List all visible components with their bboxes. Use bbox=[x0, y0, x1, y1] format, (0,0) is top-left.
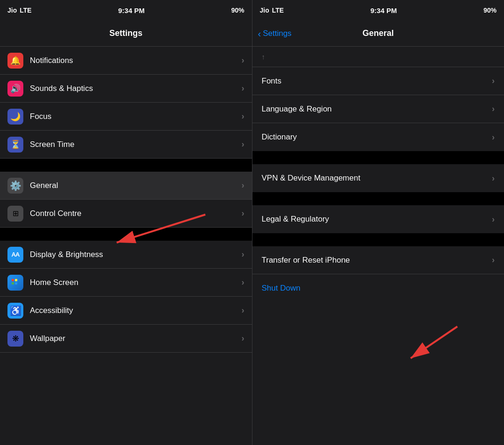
sidebar-item-general[interactable]: ⚙️ General › bbox=[0, 172, 252, 200]
fonts-label: Fonts bbox=[262, 76, 492, 86]
screen-time-label: Screen Time bbox=[30, 140, 242, 149]
sidebar-item-notifications[interactable]: 🔔 Notifications › bbox=[0, 47, 252, 75]
status-bar-left: Jio LTE 9:34 PM 90% bbox=[0, 0, 252, 21]
right-item-language[interactable]: Language & Region › bbox=[252, 95, 504, 123]
sidebar-item-accessibility[interactable]: ♿ Accessibility › bbox=[0, 297, 252, 325]
accessibility-icon: ♿ bbox=[7, 303, 23, 319]
shutdown-label: Shut Down bbox=[262, 284, 495, 293]
svg-rect-1 bbox=[15, 279, 17, 281]
section-3: AA Display & Brightness › Home Screen bbox=[0, 241, 252, 353]
control-centre-label: Control Centre bbox=[30, 209, 242, 218]
language-label: Language & Region bbox=[262, 104, 492, 114]
svg-rect-3 bbox=[15, 282, 17, 285]
right-section-2: VPN & Device Management › bbox=[252, 164, 504, 192]
focus-chevron: › bbox=[242, 111, 245, 121]
accessibility-chevron: › bbox=[242, 306, 245, 315]
dictionary-chevron: › bbox=[492, 132, 495, 142]
right-item-vpn[interactable]: VPN & Device Management › bbox=[252, 164, 504, 192]
dictionary-label: Dictionary bbox=[262, 132, 492, 142]
wallpaper-label: Wallpaper bbox=[30, 334, 242, 343]
transfer-label: Transfer or Reset iPhone bbox=[262, 256, 492, 265]
right-item-transfer[interactable]: Transfer or Reset iPhone › bbox=[252, 246, 504, 274]
screen-time-chevron: › bbox=[242, 139, 245, 149]
sounds-chevron: › bbox=[242, 83, 245, 93]
right-section-1: Fonts › Language & Region › Dictionary › bbox=[252, 67, 504, 151]
svg-rect-2 bbox=[12, 282, 14, 285]
screen-time-icon: ⏳ bbox=[7, 137, 23, 153]
battery-left: 90% bbox=[231, 7, 244, 14]
sidebar-item-focus[interactable]: 🌙 Focus › bbox=[0, 103, 252, 131]
sidebar-item-control-centre[interactable]: ⊞ Control Centre › bbox=[0, 200, 252, 228]
display-label: Display & Brightness bbox=[30, 250, 242, 259]
notifications-icon: 🔔 bbox=[7, 53, 23, 69]
status-left-right: Jio LTE bbox=[260, 7, 284, 14]
transfer-chevron: › bbox=[492, 255, 495, 265]
sidebar-item-screen-time[interactable]: ⏳ Screen Time › bbox=[0, 131, 252, 159]
accessibility-label: Accessibility bbox=[30, 306, 242, 315]
display-chevron: › bbox=[242, 250, 245, 259]
left-settings-list: 🔔 Notifications › 🔊 Sounds & Haptics › 🌙… bbox=[0, 47, 252, 445]
general-chevron: › bbox=[242, 181, 245, 190]
right-gap-3 bbox=[252, 233, 504, 246]
notifications-chevron: › bbox=[242, 56, 245, 65]
time-right: 9:34 PM bbox=[371, 7, 397, 14]
language-chevron: › bbox=[492, 104, 495, 114]
left-nav-header: Settings bbox=[0, 21, 252, 47]
gap-1 bbox=[0, 159, 252, 172]
home-screen-chevron: › bbox=[242, 278, 245, 287]
right-section-3: Legal & Regulatory › bbox=[252, 205, 504, 233]
home-screen-label: Home Screen bbox=[30, 278, 242, 287]
sidebar-item-wallpaper[interactable]: ❋ Wallpaper › bbox=[0, 325, 252, 353]
svg-rect-0 bbox=[12, 279, 14, 281]
vpn-label: VPN & Device Management bbox=[262, 174, 492, 183]
general-label: General bbox=[30, 181, 242, 190]
right-settings-list: ↑ Fonts › Language & Region › Dictionary… bbox=[252, 47, 504, 445]
sidebar-item-sounds[interactable]: 🔊 Sounds & Haptics › bbox=[0, 75, 252, 103]
network-right: LTE bbox=[272, 7, 284, 14]
legal-label: Legal & Regulatory bbox=[262, 215, 492, 224]
control-centre-chevron: › bbox=[242, 209, 245, 218]
home-screen-icon bbox=[7, 275, 23, 291]
partial-top-row: ↑ bbox=[252, 47, 504, 67]
focus-label: Focus bbox=[30, 112, 242, 121]
right-item-legal[interactable]: Legal & Regulatory › bbox=[252, 205, 504, 233]
sounds-icon: 🔊 bbox=[7, 81, 23, 97]
carrier-left: Jio bbox=[7, 7, 17, 14]
wallpaper-icon: ❋ bbox=[7, 331, 23, 347]
general-icon: ⚙️ bbox=[7, 178, 23, 194]
back-chevron-icon: ‹ bbox=[258, 29, 261, 38]
gap-2 bbox=[0, 228, 252, 241]
time-left: 9:34 PM bbox=[118, 7, 145, 14]
right-nav-title: General bbox=[363, 28, 394, 38]
control-centre-icon: ⊞ bbox=[7, 206, 23, 222]
right-section-4: Transfer or Reset iPhone › Shut Down bbox=[252, 246, 504, 302]
display-icon: AA bbox=[7, 247, 23, 263]
sidebar-item-display[interactable]: AA Display & Brightness › bbox=[0, 241, 252, 269]
right-item-fonts[interactable]: Fonts › bbox=[252, 67, 504, 95]
right-gap-2 bbox=[252, 192, 504, 205]
focus-icon: 🌙 bbox=[7, 109, 23, 125]
right-nav-header: ‹ Settings General bbox=[252, 21, 504, 47]
sidebar-item-home-screen[interactable]: Home Screen › bbox=[0, 269, 252, 297]
legal-chevron: › bbox=[492, 215, 495, 224]
network-left: LTE bbox=[20, 7, 31, 14]
partial-label: ↑ bbox=[262, 53, 266, 61]
sounds-label: Sounds & Haptics bbox=[30, 84, 242, 93]
notifications-label: Notifications bbox=[30, 56, 242, 65]
left-nav-title: Settings bbox=[109, 28, 142, 38]
section-1: 🔔 Notifications › 🔊 Sounds & Haptics › 🌙… bbox=[0, 47, 252, 159]
section-2: ⚙️ General › ⊞ Control Centre › bbox=[0, 172, 252, 228]
status-right-left: 90% bbox=[231, 7, 244, 14]
right-gap-1 bbox=[252, 151, 504, 164]
vpn-chevron: › bbox=[492, 174, 495, 183]
status-right-right: 90% bbox=[483, 7, 497, 14]
fonts-chevron: › bbox=[492, 76, 495, 86]
right-item-shutdown[interactable]: Shut Down bbox=[252, 274, 504, 302]
back-button[interactable]: ‹ Settings bbox=[258, 29, 292, 38]
status-bar-right: Jio LTE 9:34 PM 90% bbox=[252, 0, 504, 21]
back-label: Settings bbox=[263, 29, 291, 38]
wallpaper-chevron: › bbox=[242, 334, 245, 343]
status-left: Jio LTE bbox=[7, 7, 32, 14]
battery-right: 90% bbox=[483, 7, 497, 14]
right-item-dictionary[interactable]: Dictionary › bbox=[252, 123, 504, 151]
